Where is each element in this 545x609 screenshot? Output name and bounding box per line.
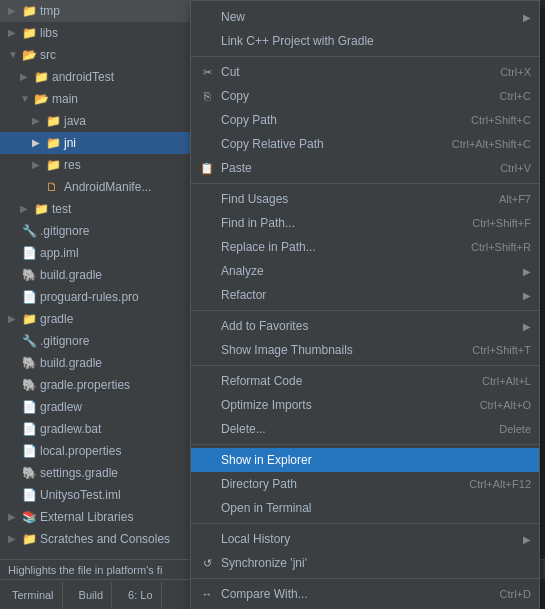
tree-item-appiml[interactable]: ▶ 📄 app.iml bbox=[0, 242, 195, 264]
menu-item-dirpath[interactable]: Directory Path Ctrl+Alt+F12 bbox=[191, 472, 539, 496]
delete-icon bbox=[199, 421, 215, 437]
folder-icon-libs: 📁 bbox=[22, 26, 36, 40]
folder-icon-jni: 📁 bbox=[46, 136, 60, 150]
tree-item-androidmanifest[interactable]: ▶ 🗋 AndroidManife... bbox=[0, 176, 195, 198]
menu-item-findinpath[interactable]: Find in Path... Ctrl+Shift+F bbox=[191, 211, 539, 235]
menu-label-comparewith: Compare With... bbox=[221, 587, 480, 601]
menu-item-delete[interactable]: Delete... Delete bbox=[191, 417, 539, 441]
folder-icon-gradle: 📁 bbox=[22, 312, 36, 326]
status-text: Highlights the file in platform's fi bbox=[8, 564, 162, 576]
tree-item-buildgradle2[interactable]: ▶ 🐘 build.gradle bbox=[0, 352, 195, 374]
menu-label-dirpath: Directory Path bbox=[221, 477, 449, 491]
tree-item-buildgradle1[interactable]: ▶ 🐘 build.gradle bbox=[0, 264, 195, 286]
tree-item-gitignore2[interactable]: ▶ 🔧 .gitignore bbox=[0, 330, 195, 352]
findinpath-icon bbox=[199, 215, 215, 231]
label-gradlew: gradlew bbox=[40, 400, 82, 414]
menu-item-refactor[interactable]: Refactor ▶ bbox=[191, 283, 539, 307]
menu-item-comparewith[interactable]: ↔ Compare With... Ctrl+D bbox=[191, 582, 539, 606]
arrow-res: ▶ bbox=[32, 159, 44, 171]
menu-item-syncjni[interactable]: ↺ Synchronize 'jni' bbox=[191, 551, 539, 575]
dirpath-icon bbox=[199, 476, 215, 492]
shortcut-dirpath: Ctrl+Alt+F12 bbox=[469, 478, 531, 490]
arrow-test: ▶ bbox=[20, 203, 32, 215]
analyze-submenu-arrow: ▶ bbox=[519, 266, 531, 277]
tree-item-proguard[interactable]: ▶ 📄 proguard-rules.pro bbox=[0, 286, 195, 308]
menu-item-replaceinpath[interactable]: Replace in Path... Ctrl+Shift+R bbox=[191, 235, 539, 259]
menu-item-findusages[interactable]: Find Usages Alt+F7 bbox=[191, 187, 539, 211]
tree-item-unitysotest[interactable]: ▶ 📄 UnitysoTest.iml bbox=[0, 484, 195, 506]
menu-item-copy[interactable]: ⎘ Copy Ctrl+C bbox=[191, 84, 539, 108]
arrow-libs: ▶ bbox=[8, 27, 20, 39]
menu-label-linkcpp: Link C++ Project with Gradle bbox=[221, 34, 531, 48]
shortcut-showimagethumbs: Ctrl+Shift+T bbox=[472, 344, 531, 356]
addtofavs-icon bbox=[199, 318, 215, 334]
label-res: res bbox=[64, 158, 81, 172]
tree-item-tmp[interactable]: ▶ 📁 tmp bbox=[0, 0, 195, 22]
tree-item-jni[interactable]: ▶ 📁 jni bbox=[0, 132, 195, 154]
tree-item-localprops[interactable]: ▶ 📄 local.properties bbox=[0, 440, 195, 462]
menu-label-showinexplorer: Show in Explorer bbox=[221, 453, 531, 467]
menu-item-showimagethumbs[interactable]: Show Image Thumbnails Ctrl+Shift+T bbox=[191, 338, 539, 362]
shortcut-delete: Delete bbox=[499, 423, 531, 435]
shortcut-replaceinpath: Ctrl+Shift+R bbox=[471, 241, 531, 253]
tree-item-test[interactable]: ▶ 📁 test bbox=[0, 198, 195, 220]
label-androidmanifest: AndroidManife... bbox=[64, 180, 151, 194]
tree-item-res[interactable]: ▶ 📁 res bbox=[0, 154, 195, 176]
label-androidtest: androidTest bbox=[52, 70, 114, 84]
taskbar-terminal[interactable]: Terminal bbox=[4, 582, 63, 608]
tree-item-src[interactable]: ▼ 📂 src bbox=[0, 44, 195, 66]
reformatcode-icon bbox=[199, 373, 215, 389]
menu-item-new[interactable]: New ▶ bbox=[191, 5, 539, 29]
menu-item-copypath[interactable]: Copy Path Ctrl+Shift+C bbox=[191, 108, 539, 132]
separator-1 bbox=[191, 56, 539, 57]
replaceinpath-icon bbox=[199, 239, 215, 255]
menu-item-linkcpp[interactable]: Link C++ Project with Gradle bbox=[191, 29, 539, 53]
tree-item-gradle[interactable]: ▶ 📁 gradle bbox=[0, 308, 195, 330]
taskbar-build[interactable]: Build bbox=[71, 582, 112, 608]
tree-item-gradlew[interactable]: ▶ 📄 gradlew bbox=[0, 396, 195, 418]
tree-item-extlibs[interactable]: ▶ 📚 External Libraries bbox=[0, 506, 195, 528]
menu-item-paste[interactable]: 📋 Paste Ctrl+V bbox=[191, 156, 539, 180]
menu-item-copyrelpath[interactable]: Copy Relative Path Ctrl+Alt+Shift+C bbox=[191, 132, 539, 156]
tree-item-settingsgradle[interactable]: ▶ 🐘 settings.gradle bbox=[0, 462, 195, 484]
taskbar-log[interactable]: 6: Lo bbox=[120, 582, 161, 608]
gitignore2-icon: 🔧 bbox=[22, 334, 36, 348]
label-gradlewbat: gradlew.bat bbox=[40, 422, 101, 436]
menu-item-localhistory[interactable]: Local History ▶ bbox=[191, 527, 539, 551]
unitysotest-icon: 📄 bbox=[22, 488, 36, 502]
tree-item-gradlewbat[interactable]: ▶ 📄 gradlew.bat bbox=[0, 418, 195, 440]
folder-icon-test: 📁 bbox=[34, 202, 48, 216]
tree-item-scratches[interactable]: ▶ 📁 Scratches and Consoles bbox=[0, 528, 195, 550]
menu-item-addtofavs[interactable]: Add to Favorites ▶ bbox=[191, 314, 539, 338]
menu-item-openinterminal[interactable]: Open in Terminal bbox=[191, 496, 539, 520]
arrow-gradle: ▶ bbox=[8, 313, 20, 325]
label-gradleprops: gradle.properties bbox=[40, 378, 130, 392]
arrow-androidtest: ▶ bbox=[20, 71, 32, 83]
menu-item-analyze[interactable]: Analyze ▶ bbox=[191, 259, 539, 283]
label-unitysotest: UnitysoTest.iml bbox=[40, 488, 121, 502]
folder-icon-tmp: 📁 bbox=[22, 4, 36, 18]
taskbar-tabs: Terminal Build 6: Lo bbox=[0, 582, 162, 608]
shortcut-findinpath: Ctrl+Shift+F bbox=[472, 217, 531, 229]
tree-item-main[interactable]: ▼ 📂 main bbox=[0, 88, 195, 110]
tree-item-gradleprops[interactable]: ▶ 🐘 gradle.properties bbox=[0, 374, 195, 396]
context-menu: New ▶ Link C++ Project with Gradle ✂ Cut… bbox=[190, 0, 540, 609]
menu-label-delete: Delete... bbox=[221, 422, 479, 436]
terminal-label: Terminal bbox=[12, 589, 54, 601]
showinexplorer-icon bbox=[199, 452, 215, 468]
refactor-submenu-arrow: ▶ bbox=[519, 290, 531, 301]
menu-item-showinexplorer[interactable]: Show in Explorer bbox=[191, 448, 539, 472]
arrow-src: ▼ bbox=[8, 49, 20, 61]
tree-item-androidtest[interactable]: ▶ 📁 androidTest bbox=[0, 66, 195, 88]
tree-item-libs[interactable]: ▶ 📁 libs bbox=[0, 22, 195, 44]
tree-item-java[interactable]: ▶ 📁 java bbox=[0, 110, 195, 132]
menu-item-reformatcode[interactable]: Reformat Code Ctrl+Alt+L bbox=[191, 369, 539, 393]
shortcut-cut: Ctrl+X bbox=[500, 66, 531, 78]
tree-item-gitignore1[interactable]: ▶ 🔧 .gitignore bbox=[0, 220, 195, 242]
arrow-scratches: ▶ bbox=[8, 533, 20, 545]
separator-3 bbox=[191, 310, 539, 311]
menu-label-replaceinpath: Replace in Path... bbox=[221, 240, 451, 254]
menu-label-findinpath: Find in Path... bbox=[221, 216, 452, 230]
menu-item-cut[interactable]: ✂ Cut Ctrl+X bbox=[191, 60, 539, 84]
menu-item-optimizeimports[interactable]: Optimize Imports Ctrl+Alt+O bbox=[191, 393, 539, 417]
